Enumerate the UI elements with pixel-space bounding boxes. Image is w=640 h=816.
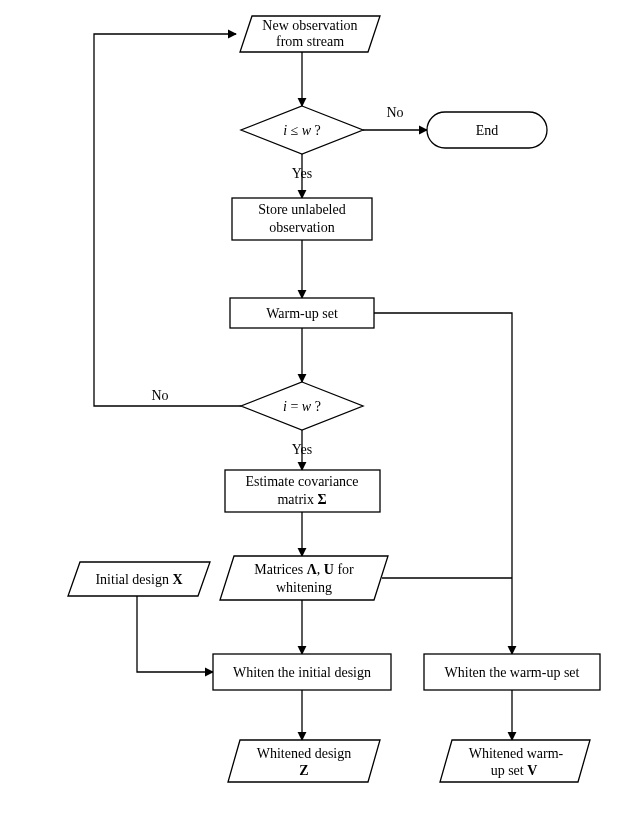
- node-whiten-warmup: Whiten the warm-up set: [424, 654, 600, 690]
- label-no1: No: [386, 105, 403, 120]
- label-no2: No: [151, 388, 168, 403]
- store-line1: Store unlabeled: [258, 202, 345, 217]
- node-warmup: Warm-up set: [230, 298, 374, 328]
- whitenedv-line2: up set V: [491, 763, 538, 778]
- estimate-line2: matrix Σ: [277, 492, 326, 507]
- node-initial-design: Initial design X: [68, 562, 210, 596]
- whiteninit-text: Whiten the initial design: [233, 665, 371, 680]
- node-whiten-initial: Whiten the initial design: [213, 654, 391, 690]
- warmup-text: Warm-up set: [266, 306, 338, 321]
- whitenedz-line2: Z: [299, 763, 308, 778]
- initial-text: Initial design X: [95, 572, 182, 587]
- cond1-text: i ≤ w ?: [283, 123, 321, 138]
- node-whitened-z: Whitened design Z: [228, 740, 380, 782]
- node-start: New observation from stream: [240, 16, 380, 52]
- node-cond2: i = w ?: [241, 382, 363, 430]
- node-matrices: Matrices Λ, U for whitening: [220, 556, 388, 600]
- start-line2: from stream: [276, 34, 344, 49]
- cond2-text: i = w ?: [283, 399, 321, 414]
- node-end: End: [427, 112, 547, 148]
- node-store: Store unlabeled observation: [232, 198, 372, 240]
- matrices-line2: whitening: [276, 580, 332, 595]
- end-text: End: [476, 123, 499, 138]
- node-whitened-v: Whitened warm- up set V: [440, 740, 590, 782]
- start-line1: New observation: [262, 18, 357, 33]
- whitenedz-line1: Whitened design: [257, 746, 351, 761]
- edge-warmup-whitenwarm: [374, 313, 512, 654]
- estimate-line1: Estimate covariance: [245, 474, 358, 489]
- node-estimate: Estimate covariance matrix Σ: [225, 470, 380, 512]
- flowchart-svg: No Yes No Yes New observation from strea…: [0, 0, 640, 816]
- edge-cond2-no: [94, 34, 241, 406]
- label-yes1: Yes: [292, 166, 312, 181]
- store-line2: observation: [269, 220, 334, 235]
- whitenwarm-text: Whiten the warm-up set: [445, 665, 580, 680]
- node-cond1: i ≤ w ?: [241, 106, 363, 154]
- whitenedv-line1: Whitened warm-: [469, 746, 564, 761]
- matrices-line1: Matrices Λ, U for: [254, 562, 354, 577]
- label-yes2: Yes: [292, 442, 312, 457]
- edge-initial-whiteninit: [137, 596, 213, 672]
